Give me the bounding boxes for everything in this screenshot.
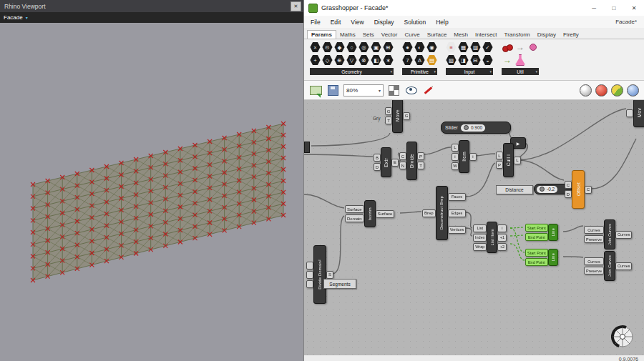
input-grip[interactable]: Index — [473, 234, 487, 242]
component-hex-icon[interactable]: ▨ — [470, 42, 481, 53]
input-grip[interactable]: Curves — [584, 257, 604, 265]
panel-distance[interactable]: Distance — [496, 185, 533, 194]
input-grip[interactable]: i — [452, 153, 459, 161]
component-hex-icon[interactable]: ◉ — [426, 42, 437, 53]
slider-knob[interactable] — [540, 187, 545, 192]
cherries-icon[interactable] — [502, 41, 513, 53]
node-cull-index[interactable]: L P Cull i L — [496, 143, 521, 177]
component-hex-icon[interactable]: A — [414, 55, 425, 66]
output-grip[interactable]: Curves — [615, 262, 632, 270]
slider-knob[interactable] — [464, 125, 469, 130]
output-grip[interactable]: Edges — [448, 209, 467, 217]
preview-eye-icon[interactable] — [404, 84, 418, 97]
rhino-titlebar[interactable]: Rhino Viewport ✕ — [0, 0, 303, 12]
input-grip[interactable] — [306, 262, 313, 269]
component-hex-icon[interactable]: ◎ — [358, 42, 369, 53]
close-icon[interactable]: ✕ — [291, 1, 301, 11]
pink-dot-icon[interactable] — [527, 41, 539, 53]
input-grip[interactable]: L — [496, 152, 503, 159]
input-grip[interactable]: N — [399, 162, 406, 169]
node-move-2[interactable]: Mov — [626, 100, 644, 127]
node-join-curves-2[interactable]: Curves Preserve Join Curves Curves — [584, 251, 632, 281]
tab-mesh[interactable]: Mesh — [450, 31, 472, 39]
output-grip[interactable]: T — [417, 162, 424, 169]
ribbon-group-label[interactable]: Primitive▾ — [402, 68, 437, 75]
component-hex-icon[interactable]: 7 — [402, 55, 413, 66]
component-hex-icon[interactable]: ◨ — [458, 55, 469, 66]
number-slider[interactable]: Slider 0.900 — [441, 122, 511, 134]
viewport-name[interactable]: Facade — [4, 14, 23, 21]
viewport-name-menu[interactable]: Facade ▾ — [0, 12, 303, 23]
tab-vector[interactable]: Vector — [378, 31, 401, 39]
menu-file[interactable]: File — [306, 19, 326, 26]
blue-display-icon[interactable] — [627, 84, 639, 97]
tab-firefly[interactable]: Firefly — [560, 31, 582, 39]
component-hex-icon[interactable]: ⊕ — [334, 55, 345, 66]
component-hex-icon[interactable]: ◆ — [334, 42, 345, 53]
output-grip[interactable]: G — [403, 112, 410, 120]
component-hex-icon[interactable]: ○ — [346, 42, 357, 53]
output-grip[interactable]: C — [585, 186, 592, 194]
output-grip[interactable]: L — [514, 157, 521, 164]
arrow-green-icon[interactable]: → — [502, 54, 513, 66]
component-hex-icon[interactable]: ● — [402, 42, 413, 53]
input-grip[interactable]: Surface — [345, 205, 364, 213]
input-grip[interactable]: Preserve — [584, 267, 604, 275]
tab-sets[interactable]: Sets — [359, 31, 378, 39]
input-grip[interactable]: C — [399, 152, 406, 160]
rhino-3d-view[interactable] — [0, 23, 303, 361]
input-grip[interactable]: W — [452, 162, 459, 170]
output-grip[interactable]: Vertices — [448, 226, 467, 234]
tab-intersect[interactable]: Intersect — [472, 31, 501, 39]
component-hex-icon[interactable]: ◇ — [322, 55, 333, 66]
input-grip[interactable]: Start Point — [525, 224, 548, 232]
node-line-2[interactable]: Start Point End Point Line — [525, 249, 558, 266]
output-grip[interactable]: i — [497, 224, 507, 232]
input-grip[interactable]: Wrap — [473, 243, 487, 251]
sketch-pen-icon[interactable] — [421, 84, 435, 97]
input-grip[interactable]: P — [496, 161, 503, 169]
zoom-select[interactable]: 80% ▾ — [343, 84, 384, 97]
component-hex-icon[interactable]: ∗ — [383, 55, 394, 66]
gh-titlebar[interactable]: Grasshopper - Facade* ─ □ ✕ — [304, 0, 644, 16]
tab-params[interactable]: Params — [307, 30, 336, 39]
node-extrude[interactable]: B D Extr E — [374, 147, 399, 177]
input-grip[interactable]: L — [452, 144, 459, 152]
arrow-icon[interactable]: → — [514, 41, 526, 53]
input-grip[interactable]: T — [385, 117, 392, 124]
input-grip[interactable]: C — [565, 181, 572, 189]
tab-maths[interactable]: Maths — [336, 31, 359, 39]
component-hex-icon[interactable]: ◧ — [371, 55, 381, 66]
panel-segments[interactable]: Segments — [323, 279, 356, 289]
input-grip[interactable]: D — [565, 190, 572, 198]
tab-display[interactable]: Display — [534, 31, 560, 39]
clipped-node[interactable] — [304, 142, 310, 153]
output-grip[interactable]: +2 — [497, 243, 507, 251]
component-hex-icon[interactable]: ⊗ — [358, 55, 369, 66]
save-file-icon[interactable] — [326, 84, 340, 97]
menu-solution[interactable]: Solution — [399, 19, 431, 26]
node-isotrim[interactable]: Surface Domain Isotrim Surface — [345, 200, 394, 227]
component-hex-icon[interactable]: ▽ — [346, 55, 357, 66]
shaded-display-icon[interactable] — [580, 84, 592, 97]
close-icon[interactable]: ✕ — [624, 0, 644, 16]
node-deconstruct-brep[interactable]: Brep Deconstruct Brep Faces Edges Vertic… — [422, 186, 466, 240]
output-grip[interactable]: +1 — [497, 234, 507, 242]
open-file-icon[interactable] — [309, 84, 323, 97]
component-hex-icon[interactable]: ▤ — [426, 55, 437, 66]
component-hex-icon[interactable]: ⊟ — [470, 55, 481, 66]
input-grip[interactable]: B — [374, 154, 381, 162]
ribbon-group-label[interactable]: Util▾ — [502, 68, 539, 75]
ribbon-group-label[interactable]: Input▾ — [446, 68, 493, 75]
split-display-icon[interactable] — [611, 84, 623, 97]
gh-canvas[interactable]: Gry G T Move G Mov Slider 0.900 — [304, 100, 644, 355]
node-move[interactable]: G T Move G — [385, 100, 410, 133]
menu-view[interactable]: View — [346, 19, 369, 26]
component-hex-icon[interactable]: ▦ — [458, 42, 469, 53]
input-grip[interactable]: End Point — [525, 233, 548, 241]
component-hex-icon[interactable]: ◒ — [482, 55, 493, 66]
menu-help[interactable]: Help — [431, 19, 453, 26]
node-divide[interactable]: C N Divide P T — [399, 142, 424, 180]
output-grip[interactable]: E — [391, 159, 399, 167]
flask-icon[interactable] — [514, 54, 526, 66]
